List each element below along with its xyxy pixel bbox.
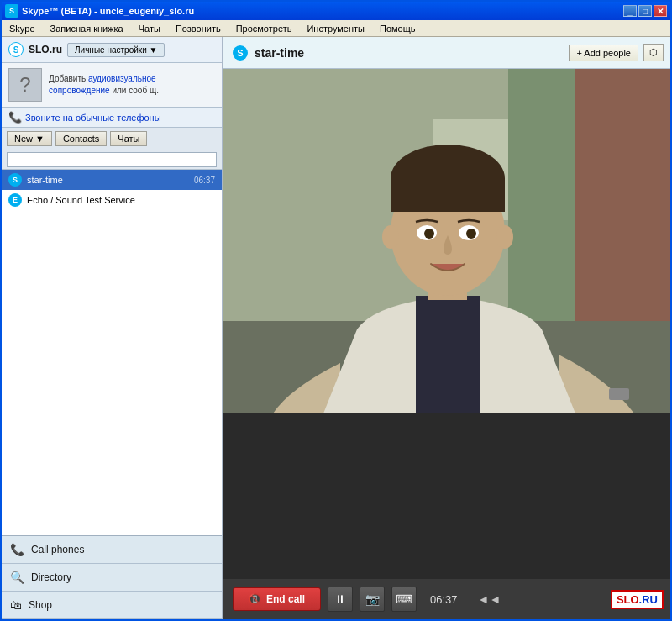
- dialpad-button[interactable]: ⌨: [391, 587, 417, 612]
- end-call-button[interactable]: 📵 End call: [233, 587, 321, 611]
- end-call-label: End call: [266, 593, 305, 605]
- call-user-info: S star-time: [233, 45, 304, 61]
- svg-rect-11: [391, 178, 505, 212]
- end-call-icon: 📵: [249, 593, 261, 605]
- contact-avatar-star-time: S: [8, 173, 22, 187]
- call-header: S star-time + Add people ⬡: [223, 37, 670, 69]
- pause-button[interactable]: ⏸: [328, 587, 353, 612]
- video-area: [223, 69, 670, 579]
- video-feed: [223, 69, 670, 413]
- camera-button[interactable]: 📷: [360, 587, 385, 612]
- contacts-button[interactable]: Contacts: [55, 131, 107, 146]
- maximize-button[interactable]: □: [638, 5, 652, 17]
- svg-point-16: [382, 225, 399, 249]
- settings-button[interactable]: Личные настройки ▼: [67, 43, 165, 57]
- directory-label: Directory: [31, 571, 71, 583]
- status-text: Добавить аудиовизуальное сопровождение и…: [49, 73, 215, 97]
- brand-text-red: SLO: [617, 593, 639, 606]
- add-people-button[interactable]: + Add people: [569, 45, 638, 61]
- menu-notebook[interactable]: Записная книжка: [46, 22, 128, 35]
- bottom-panel: 📞 Call phones 🔍 Directory 🛍 Shop: [2, 535, 222, 619]
- svg-point-14: [424, 229, 434, 239]
- call-phones-icon: 📞: [10, 543, 24, 556]
- menu-call[interactable]: Позвонить: [171, 22, 225, 35]
- right-panel: S star-time + Add people ⬡: [223, 37, 670, 619]
- window-controls: _ □ ✕: [623, 5, 667, 17]
- svg-rect-7: [416, 296, 480, 413]
- phone-icon: 📞: [8, 111, 22, 124]
- left-panel: S SLO.ru Личные настройки ▼ ? Добавить а…: [2, 37, 223, 619]
- avatar: ?: [8, 68, 42, 102]
- menu-chats[interactable]: Чаты: [134, 22, 165, 35]
- main-content: S SLO.ru Личные настройки ▼ ? Добавить а…: [2, 37, 670, 619]
- search-input[interactable]: [7, 152, 217, 167]
- close-button[interactable]: ✕: [654, 5, 667, 17]
- skype-logo: S: [8, 42, 24, 57]
- menu-bar: Skype Записная книжка Чаты Позвонить Про…: [2, 20, 670, 37]
- contact-time-star-time: 06:37: [194, 176, 215, 185]
- shop-icon: 🛍: [10, 598, 22, 612]
- menu-tools[interactable]: Инструменты: [302, 22, 369, 35]
- main-window: S Skype™ (BETA) - uncle_eugeniy_slo.ru _…: [0, 0, 672, 621]
- share-icon: ⬡: [649, 47, 658, 57]
- app-icon: S: [5, 4, 18, 18]
- brand-text-blue: .RU: [639, 593, 658, 606]
- contact-item-echo[interactable]: E Echo / Sound Test Service: [2, 190, 222, 210]
- call-header-actions: + Add people ⬡: [569, 44, 664, 61]
- menu-help[interactable]: Помощь: [375, 22, 420, 35]
- call-skype-icon: S: [233, 45, 248, 61]
- status-area: ? Добавить аудиовизуальное сопровождение…: [2, 63, 222, 108]
- toolbar: New ▼ Contacts Чаты: [2, 128, 222, 150]
- volume-icon: ◄◄: [478, 592, 501, 606]
- menu-view[interactable]: Просмотреть: [232, 22, 297, 35]
- window-title: Skype™ (BETA) - uncle_eugeniy_slo.ru: [22, 6, 623, 16]
- contact-name-echo: Echo / Sound Test Service: [27, 195, 215, 205]
- svg-point-15: [466, 229, 476, 239]
- video-dark-area: [223, 413, 670, 579]
- chats-button[interactable]: Чаты: [110, 131, 147, 146]
- call-username: star-time: [255, 46, 304, 60]
- contact-item-star-time[interactable]: S star-time 06:37: [2, 170, 222, 190]
- shop-item[interactable]: 🛍 Shop: [2, 592, 222, 619]
- username-display: SLO.ru: [29, 44, 62, 55]
- new-button[interactable]: New ▼: [7, 131, 52, 146]
- call-phones-item[interactable]: 📞 Call phones: [2, 536, 222, 564]
- link-av[interactable]: аудиовизуальное: [88, 74, 156, 83]
- share-button[interactable]: ⬡: [643, 44, 664, 61]
- title-bar: S Skype™ (BETA) - uncle_eugeniy_slo.ru _…: [2, 2, 670, 20]
- brand-logo: SLO.RU: [611, 590, 664, 609]
- contact-name-star-time: star-time: [27, 175, 189, 185]
- new-dropdown-arrow: ▼: [35, 134, 45, 144]
- directory-icon: 🔍: [10, 571, 24, 584]
- contact-list: S star-time 06:37 E Echo / Sound Test Se…: [2, 170, 222, 535]
- call-controls: 📵 End call ⏸ 📷 ⌨ 06:37 ◄◄ SLO.RU: [223, 579, 670, 619]
- shop-label: Shop: [29, 599, 52, 611]
- phone-link-area: 📞 Звоните на обычные телефоны: [2, 108, 222, 128]
- contact-avatar-echo: E: [8, 193, 22, 207]
- svg-rect-18: [609, 388, 629, 400]
- call-phones-label: Call phones: [31, 544, 84, 555]
- svg-point-17: [496, 225, 513, 249]
- video-svg: [223, 69, 670, 413]
- search-area: [2, 150, 222, 170]
- link-accompany[interactable]: сопровождение: [49, 86, 110, 95]
- user-header: S SLO.ru Личные настройки ▼: [2, 37, 222, 63]
- minimize-button[interactable]: _: [623, 5, 637, 17]
- menu-skype[interactable]: Skype: [5, 22, 39, 35]
- call-phones-link[interactable]: 📞 Звоните на обычные телефоны: [8, 111, 215, 124]
- call-timer: 06:37: [430, 593, 458, 606]
- directory-item[interactable]: 🔍 Directory: [2, 564, 222, 592]
